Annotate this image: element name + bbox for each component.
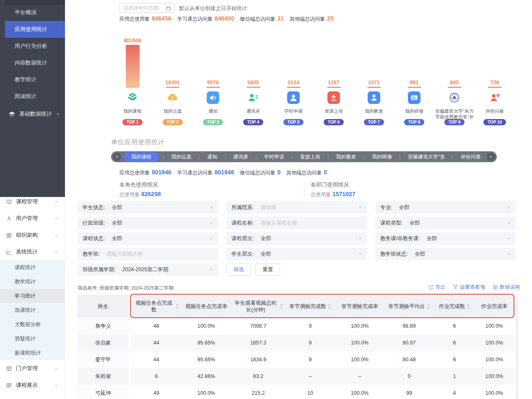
dark-menu-item[interactable]: 阅读统计 xyxy=(5,88,65,105)
sidebar-submenu-item[interactable]: 答疑统计 xyxy=(0,332,65,346)
column-header: 视频任务点完成率 xyxy=(182,295,231,318)
sort-icon[interactable] xyxy=(326,304,331,309)
chevron-down-icon: ▼ xyxy=(210,268,213,272)
sidebar-group[interactable]: 组织架构 xyxy=(0,227,65,244)
chevron-down-icon: ▼ xyxy=(358,206,362,210)
filter-input[interactable]: 课程名称:请输入课程名称 xyxy=(226,217,367,229)
app-tab[interactable]: 学时申请 xyxy=(261,153,288,161)
column-header[interactable]: 章节测验完成数 xyxy=(285,295,335,318)
sidebar-submenu-item[interactable]: 选课统计 xyxy=(0,303,65,317)
action-doc[interactable]: 数据说明 xyxy=(493,284,520,291)
column-header[interactable]: 学生观看视频总时长(分钟) xyxy=(231,295,285,318)
chevron-down-icon: ▼ xyxy=(210,206,213,210)
usage-bar[interactable] xyxy=(287,87,301,88)
filter-select[interactable]: 课程状态:全部▼ xyxy=(78,232,218,245)
sort-icon[interactable] xyxy=(174,304,179,309)
column-header-label: 作业完成率 xyxy=(481,303,508,310)
filter-select[interactable]: 所属院系:请选择▼ xyxy=(226,201,367,214)
tab-separator: | xyxy=(327,154,329,159)
filter-select[interactable]: 学生层次:全部▼ xyxy=(226,248,367,260)
bar-zone: 9578 xyxy=(206,38,220,88)
usage-bar[interactable] xyxy=(327,87,341,88)
app-tab[interactable]: 资源上传 xyxy=(297,153,324,161)
stat-label: 其他端总访问量 xyxy=(290,16,325,23)
sort-icon[interactable] xyxy=(465,304,470,309)
app-tab[interactable]: 安徽建筑大学"东 xyxy=(405,153,448,161)
action-funnel[interactable]: 设置查看项 xyxy=(453,284,485,291)
app-tab[interactable]: 我的教发 xyxy=(332,153,359,161)
app-tab[interactable]: 通知 xyxy=(204,153,221,161)
column-header[interactable]: 章节测验平均分 xyxy=(384,295,434,318)
sidebar-group[interactable]: 门户管理 xyxy=(0,360,65,377)
usage-bar[interactable] xyxy=(126,45,140,88)
usage-bar[interactable] xyxy=(488,87,502,88)
filter-select[interactable]: 行政班级:全部▼ xyxy=(78,217,218,229)
filter-input[interactable]: 教学班:请输入班级名称 xyxy=(78,248,218,260)
sidebar-group[interactable]: 用户管理 xyxy=(0,210,65,227)
column-header[interactable]: 视频任务点完成数 xyxy=(131,295,182,318)
role-usage-value: 826298 xyxy=(141,191,161,197)
table-scrollbar[interactable] xyxy=(516,295,518,399)
sidebar-submenu-item[interactable]: 新课程统计 xyxy=(0,346,65,360)
table-cell: 100.0% xyxy=(335,334,384,351)
usage-bar[interactable] xyxy=(206,87,220,88)
sidebar-group[interactable]: 课程展示 xyxy=(0,377,65,394)
usage-bar[interactable] xyxy=(166,87,179,88)
table-cell: 99 xyxy=(384,385,434,399)
stat-value: 846456 xyxy=(152,15,171,22)
dark-menu-item[interactable]: 应用使用统计 xyxy=(5,21,65,38)
usage-bar[interactable] xyxy=(247,87,260,88)
app-tab[interactable]: 评价问卷 xyxy=(457,153,484,161)
usage-bar[interactable] xyxy=(367,87,381,88)
column-header[interactable]: 作业完成数 xyxy=(434,295,475,318)
sidebar-submenu-item[interactable]: 课程统计 xyxy=(0,260,65,275)
stat-label: 应用总使用量 xyxy=(119,169,150,176)
filter-select[interactable]: 课程层次:全部▼ xyxy=(226,232,367,245)
filter-select[interactable]: 学生状态:全部▼ xyxy=(78,201,218,214)
filter-select[interactable]: 专业:全部▼ xyxy=(375,201,516,214)
table-cell: 9 xyxy=(285,334,335,351)
filter-label: 教务课/非教务课: xyxy=(380,235,420,242)
sidebar-submenu-item[interactable]: 学习统计 xyxy=(0,289,65,303)
usage-bar[interactable] xyxy=(448,87,462,88)
app-tab[interactable]: 我的研修 xyxy=(369,153,395,161)
dark-menu-item[interactable]: 内容数据统计 xyxy=(5,54,65,71)
dept-usage-label: 总使用量 xyxy=(311,192,331,197)
filter-label: 课程层次: xyxy=(231,235,254,242)
usage-bar[interactable] xyxy=(407,87,421,88)
top-app-column: 16301我的云盘TOP 2 xyxy=(153,38,193,128)
sort-icon[interactable] xyxy=(425,304,430,309)
action-export[interactable]: 导出 xyxy=(428,284,445,291)
sort-icon[interactable] xyxy=(278,304,283,309)
date-range-picker[interactable]: 请选择时间范围 xyxy=(119,3,175,13)
app-tab[interactable]: 我的云盘 xyxy=(168,153,195,161)
filter-value: 全部 xyxy=(260,251,271,258)
table-cell: 7098.7 xyxy=(231,318,285,334)
table-cell: 100.0% xyxy=(335,318,384,334)
reset-button[interactable]: 重置 xyxy=(255,263,280,276)
tab-scroll-right-icon[interactable] xyxy=(487,153,495,161)
filter-select[interactable]: 教学班状态:全部▼ xyxy=(375,248,516,260)
top-rank-badge: TOP 1 xyxy=(122,119,143,125)
dark-submenu-panel: 平台概况应用使用统计用户行为分析内容数据统计教学统计阅读统计 基础数据统计 xyxy=(0,0,65,197)
top-app-column: 3134学时申请TOP 5 xyxy=(273,38,314,128)
app-tab[interactable]: 我的课程 xyxy=(124,152,159,162)
top-rank-badge: TOP 8 xyxy=(404,119,425,125)
dark-menu-item[interactable]: 平台概况 xyxy=(5,4,65,21)
dark-menu-item-basic-data[interactable]: 基础数据统计 xyxy=(5,106,65,122)
top-rank-badge: TOP 9 xyxy=(444,119,465,125)
dark-menu-item[interactable]: 用户行为分析 xyxy=(5,38,65,54)
semester-select[interactable]: 班级所属学期: 2024-2025第二学期 ▼ xyxy=(78,263,218,276)
sidebar-submenu-item[interactable]: 大数据分析 xyxy=(0,317,65,332)
sidebar-submenu-item[interactable]: 教学统计 xyxy=(0,275,65,289)
table-cell: -- xyxy=(335,368,384,385)
app-tab[interactable]: 通讯录 xyxy=(230,153,252,161)
tab-scroll-left-icon[interactable] xyxy=(113,153,121,161)
filter-select[interactable]: 课程类型:全部▼ xyxy=(375,217,516,229)
action-label: 导出 xyxy=(435,284,445,291)
filter-button[interactable]: 筛选 xyxy=(226,263,251,276)
sidebar-group[interactable]: 系统统计 xyxy=(0,244,65,260)
dark-menu-item[interactable]: 教学统计 xyxy=(5,71,65,88)
sidebar-group-label: 组织架构 xyxy=(16,231,38,239)
filter-select[interactable]: 教务课/非教务课:全部▼ xyxy=(375,232,516,245)
